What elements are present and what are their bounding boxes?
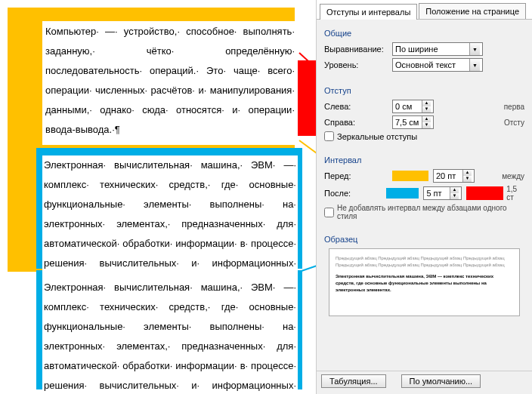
- spin-up-icon[interactable]: ▲: [450, 187, 459, 193]
- before-label: Перед:: [324, 171, 392, 180]
- alignment-label: Выравнивание:: [324, 45, 392, 54]
- no-space-label: Не добавлять интервал между абзацами одн…: [337, 204, 524, 220]
- group-interval-title: Интервал: [324, 155, 524, 165]
- document-preview: Компьютер· —· устройство,· способное· вы…: [0, 0, 310, 394]
- mirror-indents-label: Зеркальные отступы: [337, 132, 417, 141]
- dialog-buttons: Табуляция... По умолчанию...: [317, 371, 532, 391]
- first-indent-type-label: Отсту: [504, 119, 524, 127]
- indent-right-spin[interactable]: 7,5 см ▲▼: [392, 115, 434, 129]
- before-spin[interactable]: 20 пт ▲▼: [433, 169, 475, 183]
- sample-bold-text: Электронная вычислительная машина, ЭВМ —…: [336, 273, 513, 294]
- spin-down-icon[interactable]: ▼: [422, 106, 431, 112]
- spin-down-icon[interactable]: ▼: [422, 122, 431, 128]
- default-button[interactable]: По умолчанию...: [401, 374, 481, 388]
- spin-up-icon[interactable]: ▲: [422, 100, 431, 106]
- level-combo[interactable]: Основной текст ▼: [392, 58, 483, 72]
- group-general-title: Общие: [324, 29, 524, 38]
- sample-preview: Предыдущий абзац Предыдущий абзац Предыд…: [329, 248, 520, 316]
- group-sample-title: Образец: [324, 235, 524, 244]
- group-indent-title: Отступ: [324, 86, 524, 95]
- paragraph-dialog: Отступы и интервалы Положение на страниц…: [316, 0, 532, 394]
- paragraph-2: Электронная· вычислительная· машина,· ЭВ…: [42, 155, 298, 293]
- before-value: 20 пт: [436, 171, 456, 180]
- indent-right-value: 7,5 см: [395, 118, 419, 127]
- tab-strip: Отступы и интервалы Положение на страниц…: [317, 0, 532, 20]
- alignment-value: По ширине: [395, 45, 438, 54]
- paragraph-3: Электронная· вычислительная· машина,· ЭВ…: [42, 278, 298, 394]
- spin-down-icon[interactable]: ▼: [463, 176, 472, 182]
- mirror-indents-checkbox[interactable]: [324, 131, 334, 141]
- level-label: Уровень:: [324, 60, 392, 69]
- line-spacing-label: между: [502, 172, 524, 180]
- after-color-chip: [386, 188, 419, 199]
- level-value: Основной текст: [395, 60, 456, 69]
- tab-indents[interactable]: Отступы и интервалы: [320, 4, 417, 20]
- spin-down-icon[interactable]: ▼: [450, 193, 459, 199]
- line-spacing-color-chip: [466, 186, 503, 200]
- spin-up-icon[interactable]: ▲: [463, 170, 472, 176]
- after-value: 5 пт: [426, 189, 441, 198]
- after-label: После:: [324, 189, 386, 198]
- alignment-combo[interactable]: По ширине ▼: [392, 42, 483, 56]
- indent-left-spin[interactable]: 0 см ▲▼: [392, 100, 434, 113]
- no-space-checkbox[interactable]: [324, 208, 334, 217]
- spin-up-icon[interactable]: ▲: [422, 116, 431, 122]
- chevron-down-icon: ▼: [469, 43, 480, 55]
- sample-grey-text: Предыдущий абзац Предыдущий абзац Предыд…: [336, 255, 513, 269]
- indent-left-value: 0 см: [395, 102, 412, 111]
- tab-position[interactable]: Положение на странице: [419, 3, 526, 19]
- para1-text: Компьютер· —· устройство,· способное· вы…: [44, 21, 296, 140]
- paragraph-1: Компьютер· —· устройство,· способное· вы…: [42, 21, 298, 145]
- chevron-down-icon: ▼: [469, 59, 480, 71]
- line-spacing-value: 1,5 ст: [506, 185, 524, 202]
- indent-right-label: Справа:: [324, 118, 392, 127]
- tabulation-button[interactable]: Табуляция...: [321, 374, 386, 388]
- indent-left-label: Слева:: [324, 102, 392, 111]
- before-color-chip: [392, 171, 428, 181]
- after-spin[interactable]: 5 пт ▲▼: [423, 186, 462, 200]
- first-line-label: перва: [504, 103, 524, 111]
